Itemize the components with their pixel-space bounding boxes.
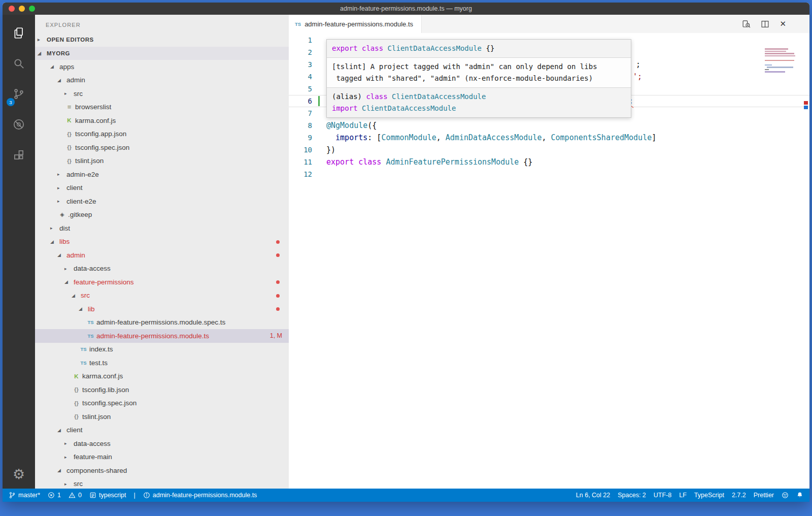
source-control-icon[interactable]: 3 [3, 79, 35, 109]
close-editor-icon[interactable]: ✕ [780, 19, 786, 28]
minimap-bar [765, 71, 785, 73]
tree-item-label: src [74, 90, 83, 98]
code-line-content: export class AdminFeaturePermissionsModu… [312, 157, 532, 167]
tree-file-admin-feature-permissions.module.spec.ts[interactable]: TSadmin-feature-permissions.module.spec.… [35, 316, 289, 330]
chevron-expanded-icon: ◢ [57, 252, 65, 257]
tree-file-karma.conf.js[interactable]: Kkarma.conf.js [35, 370, 289, 383]
chevron-expanded-icon: ◢ [64, 279, 73, 284]
code-line-12[interactable]: 12 [289, 168, 809, 180]
tree-folder-src[interactable]: ◢src [35, 289, 289, 303]
error-icon [48, 492, 55, 499]
tree-file-tsconfig.spec.json[interactable]: {}tsconfig.spec.json [35, 141, 289, 154]
tree-folder-admin[interactable]: ◢admin [35, 74, 289, 87]
line-number: 4 [289, 73, 312, 81]
browserslist-file-icon: ≡ [64, 103, 74, 111]
status-end-of-line[interactable]: LF [679, 492, 687, 499]
status-warning-count[interactable]: 0 [69, 492, 82, 499]
close-window-button[interactable] [9, 6, 15, 12]
status-notifications[interactable] [796, 492, 803, 499]
tree-folder-lib[interactable]: ◢lib [35, 302, 289, 316]
tree-file-tslint.json[interactable]: {}tslint.json [35, 410, 289, 424]
status-left: master*10typescript|admin-feature-permis… [9, 492, 257, 499]
extensions-icon[interactable] [3, 140, 35, 170]
tree-file-admin-feature-permissions.module.ts[interactable]: TSadmin-feature-permissions.module.ts1, … [35, 329, 289, 343]
minimize-window-button[interactable] [19, 6, 25, 12]
git-added-indicator [318, 96, 320, 106]
tree-file-browserslist[interactable]: ≡browserslist [35, 101, 289, 114]
tree-file-tsconfig.spec.json[interactable]: {}tsconfig.spec.json [35, 397, 289, 410]
tree-folder-client[interactable]: ▸client [35, 181, 289, 195]
json-file-icon: {} [72, 413, 81, 420]
open-changes-icon[interactable] [742, 20, 751, 28]
status-active-file-status[interactable]: admin-feature-permissions.module.ts [143, 492, 257, 499]
status-typescript-version[interactable]: 2.7.2 [732, 492, 746, 499]
tree-file-tslint.json[interactable]: {}tslint.json [35, 154, 289, 168]
section-header-open-editors[interactable]: ▸OPEN EDITORS [35, 33, 289, 47]
tree-folder-src[interactable]: ▸src [35, 477, 289, 489]
line-number: 11 [289, 158, 312, 166]
tree-folder-admin[interactable]: ◢admin [35, 248, 289, 262]
status-error-count[interactable]: 1 [48, 492, 61, 499]
debug-icon[interactable] [3, 109, 35, 140]
search-icon[interactable] [3, 48, 35, 79]
status-typescript-status[interactable]: typescript [89, 492, 126, 499]
tree-file-karma.conf.js[interactable]: Kkarma.conf.js [35, 114, 289, 127]
tree-item-label: admin-e2e [66, 171, 99, 178]
tree-folder-client-e2e[interactable]: ▸client-e2e [35, 195, 289, 208]
tree-file-index.ts[interactable]: TSindex.ts [35, 343, 289, 357]
tree-file-.gitkeep[interactable]: ◈.gitkeep [35, 208, 289, 222]
ts-file-icon: TS [86, 333, 95, 339]
code-editor[interactable]: 123;4';56import { ClientDataAccessModule… [289, 33, 809, 489]
tree-folder-libs[interactable]: ◢libs [35, 235, 289, 249]
ts-file-icon: TS [295, 21, 301, 27]
status-git-branch[interactable]: master* [9, 492, 40, 499]
tree-file-test.ts[interactable]: TStest.ts [35, 356, 289, 370]
code-line-8[interactable]: 8@NgModule({ [289, 119, 809, 132]
tree-item-label: admin [66, 76, 85, 84]
chevron-collapsed-icon: ▸ [64, 481, 73, 487]
tree-folder-feature-main[interactable]: ▸feature-main [35, 450, 289, 464]
overview-mark [804, 106, 808, 109]
line-number: 2 [289, 48, 312, 56]
tree-item-label: karma.conf.js [75, 117, 116, 124]
tree-folder-feature-permissions[interactable]: ◢feature-permissions [35, 275, 289, 289]
traffic-lights [9, 3, 35, 15]
status-cursor-position[interactable]: Ln 6, Col 22 [576, 492, 610, 499]
zoom-window-button[interactable] [29, 6, 35, 12]
hover-section-text: [tslint] A project tagged with "admin" c… [327, 57, 631, 87]
tree-item-label: browserslist [75, 103, 111, 111]
status-label: Spaces: 2 [618, 492, 646, 499]
tree-folder-apps[interactable]: ◢apps [35, 60, 289, 74]
code-line-11[interactable]: 11export class AdminFeaturePermissionsMo… [289, 156, 809, 168]
status-language-mode[interactable]: TypeScript [694, 492, 724, 499]
status-label: master* [18, 492, 40, 499]
section-header-myorg[interactable]: ◢MYORG [35, 47, 289, 60]
status-indentation[interactable]: Spaces: 2 [618, 492, 646, 499]
status-prettier[interactable]: Prettier [754, 492, 774, 499]
tree-folder-client[interactable]: ◢client [35, 424, 289, 437]
minimap[interactable] [765, 48, 800, 76]
minimap-bar [765, 55, 795, 57]
tree-file-tsconfig.app.json[interactable]: {}tsconfig.app.json [35, 127, 289, 141]
minimap-row [765, 51, 800, 52]
tab-admin-feature-permissions[interactable]: TS admin-feature-permissions.module.ts [289, 15, 422, 33]
title-bar[interactable]: admin-feature-permissions.module.ts — my… [3, 3, 809, 15]
settings-gear-icon[interactable]: ⚙ [13, 466, 25, 482]
minimap-row [765, 48, 800, 50]
split-editor-icon[interactable] [761, 20, 769, 28]
tree-folder-admin-e2e[interactable]: ▸admin-e2e [35, 168, 289, 181]
status-encoding[interactable]: UTF-8 [654, 492, 671, 499]
tree-file-tsconfig.lib.json[interactable]: {}tsconfig.lib.json [35, 383, 289, 397]
chevron-collapsed-icon: ▸ [64, 441, 73, 446]
minimap-row [765, 69, 800, 71]
tree-folder-dist[interactable]: ▸dist [35, 221, 289, 235]
chevron-expanded-icon: ◢ [79, 306, 87, 311]
tree-folder-src[interactable]: ▸src [35, 87, 289, 101]
tree-folder-data-access[interactable]: ▸data-access [35, 262, 289, 276]
status-feedback[interactable] [782, 492, 789, 499]
tree-folder-data-access[interactable]: ▸data-access [35, 437, 289, 450]
tree-folder-components-shared[interactable]: ◢components-shared [35, 464, 289, 477]
explorer-icon[interactable] [3, 18, 35, 48]
code-line-10[interactable]: 10}) [289, 144, 809, 156]
code-line-9[interactable]: 9 imports: [CommonModule, AdminDataAcces… [289, 132, 809, 144]
